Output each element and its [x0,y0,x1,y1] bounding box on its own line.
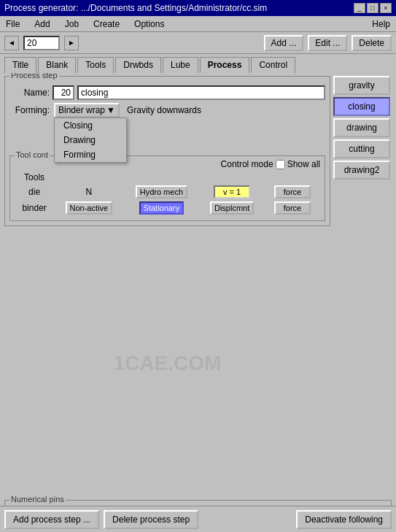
gravity-btn[interactable]: gravity [333,76,390,95]
process-step-label: Process step [9,73,59,80]
drawing-btn[interactable]: drawing [333,118,390,137]
show-all-label: Show all [287,159,320,169]
closing-btn[interactable]: closing [333,97,390,116]
empty-header3 [199,171,265,184]
forming-option-drawing[interactable]: Drawing [55,133,126,147]
minimize-button[interactable]: _ [354,3,365,13]
forming-value: Binder wrap [58,105,105,115]
empty-header4 [265,171,320,184]
die-name: die [15,184,54,200]
numerical-pins-label: Numerical pins [9,495,66,504]
forming-dropdown[interactable]: Binder wrap ▼ [54,103,120,117]
menu-create[interactable]: Create [90,18,123,30]
binder-force-btn[interactable]: force [274,201,311,215]
gravity-label: Gravity downwards [127,105,201,115]
menu-bar: File Add Job Create Options Help [0,16,396,32]
binder-displacmnt-btn[interactable]: Displcmnt [210,201,254,215]
die-velocity-btn[interactable]: v = 1 [214,185,250,198]
die-col1: N [54,184,123,200]
tools-header: Tools [15,171,54,184]
show-all-checkbox[interactable] [276,160,285,169]
tab-control[interactable]: Control [251,57,295,73]
nav-back-arrow[interactable]: ◄ [4,36,19,50]
forming-option-closing[interactable]: Closing [55,118,126,133]
window-controls: _ □ × [354,3,392,13]
tool-cont-label: Tool cont [15,150,50,159]
control-mode-label: Control mode [221,159,273,169]
bottom-bar: Add process step ... Delete process step… [0,506,396,532]
tab-bar: Title Blank Tools Drwbds Lube Process Co… [0,54,396,73]
nav-bar: ◄ ► Add ... Edit ... Delete [0,32,396,54]
title-bar: Process generator: .../Documents and Set… [0,0,396,16]
tab-tools[interactable]: Tools [77,57,114,73]
die-hydro-btn[interactable]: Hydro mech [136,185,187,198]
menu-help[interactable]: Help [369,18,393,30]
forming-row: Forming: Binder wrap ▼ Closing Drawing F… [9,103,325,117]
delete-button[interactable]: Delete [352,35,392,51]
menu-file[interactable]: File [3,18,23,30]
tools-table: Tools die N Hydro me [15,171,320,216]
table-row: die N Hydro mech v = 1 force [15,184,320,200]
window-title: Process generator: .../Documents and Set… [4,3,267,13]
menu-add[interactable]: Add [31,18,53,30]
add-button[interactable]: Add ... [264,35,304,51]
binder-col3: Displcmnt [199,200,265,216]
name-number-input[interactable] [53,85,74,100]
table-row: binder Non-active Stationary Displcmnt [15,200,320,216]
binder-force: force [265,200,320,216]
die-control: v = 1 [199,184,265,200]
edit-button[interactable]: Edit ... [308,35,347,51]
menu-options[interactable]: Options [131,18,167,30]
binder-col2: Stationary [123,200,199,216]
deactivate-following-button[interactable]: Deactivate following [296,510,392,529]
nav-forward-arrow[interactable]: ► [64,36,79,50]
forming-label: Forming: [9,105,50,115]
die-col2: Hydro mech [123,184,199,200]
nav-step-input[interactable] [23,36,60,50]
tab-process[interactable]: Process [200,57,250,73]
forming-dropdown-menu: Closing Drawing Forming [54,117,127,163]
main-content: Process step Name: Forming: Binder wrap … [0,73,396,500]
menu-job[interactable]: Job [62,18,82,30]
left-panel: Process step Name: Forming: Binder wrap … [4,76,330,497]
die-force: force [265,184,320,200]
empty-header [54,171,123,184]
watermark: 1CAE.COM [114,352,222,375]
forming-option-forming[interactable]: Forming [55,147,126,162]
tool-cont-group: Tool cont Control mode Show all Tools [9,155,325,221]
add-process-step-button[interactable]: Add process step ... [4,510,99,529]
delete-process-step-button[interactable]: Delete process step [104,510,198,529]
process-step-group: Process step Name: Forming: Binder wrap … [4,76,330,226]
name-label: Name: [9,88,50,98]
tab-title[interactable]: Title [4,57,36,73]
maximize-button[interactable]: □ [367,3,378,13]
tab-drwbds[interactable]: Drwbds [115,57,161,73]
dropdown-arrow: ▼ [106,105,115,115]
empty-header2 [123,171,199,184]
binder-stationary-btn[interactable]: Stationary [139,201,185,215]
right-panel: gravity closing drawing cutting drawing2 [333,76,392,497]
drawing2-btn[interactable]: drawing2 [333,161,390,180]
die-force-btn[interactable]: force [274,185,311,198]
watermark-area: 1CAE.COM [4,229,330,497]
binder-nonactive-btn[interactable]: Non-active [66,201,113,215]
close-button[interactable]: × [380,3,392,13]
cutting-btn[interactable]: cutting [333,139,390,158]
tab-blank[interactable]: Blank [38,57,76,73]
tab-lube[interactable]: Lube [163,57,198,73]
name-row: Name: [9,85,325,100]
name-text-input[interactable] [77,85,325,100]
binder-name: binder [15,200,54,216]
binder-col1: Non-active [54,200,123,216]
